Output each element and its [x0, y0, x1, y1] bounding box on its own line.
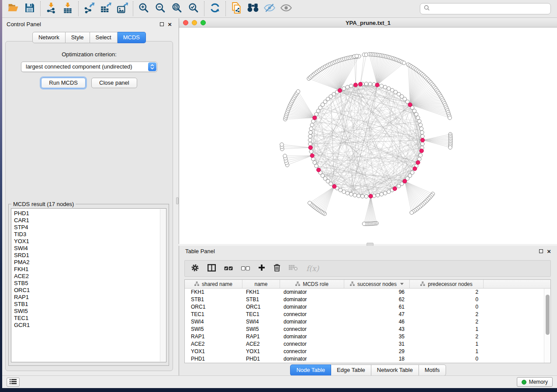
mcds-result-item[interactable]: PHD1: [14, 210, 166, 217]
export-table-button[interactable]: [97, 1, 114, 16]
table-cell: dominator: [280, 355, 344, 363]
close-panel-button[interactable]: Close panel: [91, 78, 137, 88]
mcds-result-item[interactable]: TID3: [14, 231, 166, 238]
hierarchy-icon: [350, 281, 355, 287]
tab-mcds[interactable]: MCDS: [118, 32, 146, 43]
table-row[interactable]: STB1STB1dominator620: [185, 296, 550, 303]
search-input[interactable]: [432, 6, 547, 12]
show-all-button[interactable]: [278, 1, 294, 16]
table-cell: FKH1: [185, 289, 242, 296]
column-header-successor-nodes[interactable]: successor nodes: [344, 280, 410, 288]
table-row[interactable]: FKH1FKH1dominator962: [185, 289, 550, 296]
network-titlebar[interactable]: YPA_prune.txt_1: [179, 18, 557, 28]
tab-motifs[interactable]: Motifs: [419, 364, 446, 376]
column-header-shared-name[interactable]: shared name: [185, 280, 242, 288]
table-scrollbar-thumb[interactable]: [546, 295, 550, 335]
run-mcds-button[interactable]: Run MCDS: [41, 78, 86, 88]
float-panel-icon[interactable]: [160, 22, 164, 26]
table-settings-button[interactable]: [191, 264, 199, 274]
table-cell: 29: [344, 348, 410, 355]
mcds-result-item[interactable]: YOX1: [14, 238, 166, 245]
close-panel-icon[interactable]: ×: [547, 249, 551, 253]
table-scrollbar[interactable]: [544, 289, 550, 363]
network-graph[interactable]: [179, 28, 557, 244]
mcds-result-list[interactable]: PHD1CAR1STP4TID3YOX1SWI4SRD1PMA2FKH1ACE2…: [11, 208, 166, 362]
table-cell: dominator: [280, 296, 344, 303]
column-header-name[interactable]: name: [242, 280, 280, 288]
tab-network[interactable]: Network: [32, 32, 66, 43]
maximize-window-icon[interactable]: [201, 20, 206, 25]
close-panel-icon[interactable]: ×: [168, 22, 172, 26]
mcds-result-item[interactable]: STB1: [14, 301, 166, 308]
global-search-box[interactable]: [420, 3, 551, 14]
show-panels-button[interactable]: [7, 378, 20, 387]
add-column-button[interactable]: [258, 264, 265, 273]
mcds-result-item[interactable]: ORC1: [14, 287, 166, 294]
memory-button[interactable]: Memory: [517, 377, 553, 387]
memory-label: Memory: [529, 379, 548, 385]
column-header-MCDS-role[interactable]: MCDS role: [280, 280, 344, 288]
mcds-result-item[interactable]: RAP1: [14, 294, 166, 301]
mcds-result-item[interactable]: STP4: [14, 224, 166, 231]
table-row[interactable]: ACE2ACE2connector311: [185, 340, 550, 348]
refresh-view-button[interactable]: [207, 1, 223, 16]
show-columns-button[interactable]: [208, 264, 216, 273]
table-row[interactable]: YOX1YOX1connector291: [185, 348, 550, 355]
network-canvas[interactable]: [179, 28, 557, 244]
close-window-icon[interactable]: [183, 20, 188, 25]
mcds-result-item[interactable]: PMA2: [14, 259, 166, 266]
table-cell: TEC1: [185, 311, 242, 318]
export-table-icon: [100, 2, 111, 15]
mcds-result-item[interactable]: CAR1: [14, 217, 166, 224]
zoom-out-button[interactable]: [152, 1, 169, 16]
open-file-button[interactable]: [5, 1, 21, 16]
table-row[interactable]: RAP1RAP1dominator352: [185, 333, 550, 340]
hierarchy-icon: [420, 281, 425, 287]
table-row[interactable]: TEC1TEC1connector472: [185, 311, 550, 318]
deselect-all-button[interactable]: [241, 265, 250, 272]
table-cell: 61: [344, 303, 410, 311]
select-all-button[interactable]: [224, 265, 233, 272]
table-row[interactable]: PHD1PHD1dominator180: [185, 355, 550, 363]
table-cell: dominator: [280, 333, 344, 340]
table-cell: 35: [344, 333, 410, 340]
zoom-selected-button[interactable]: [185, 1, 202, 16]
mcds-result-item[interactable]: SWI5: [14, 308, 166, 315]
tab-network-table[interactable]: Network Table: [371, 364, 419, 376]
mcds-result-item[interactable]: GCR1: [14, 322, 166, 329]
mcds-result-item[interactable]: SRD1: [14, 252, 166, 259]
search-icon: [424, 5, 430, 13]
table-cell: 62: [344, 296, 410, 303]
find-button[interactable]: [245, 1, 261, 16]
mcds-result-item[interactable]: ACE2: [14, 273, 166, 280]
import-network-button[interactable]: [43, 1, 59, 16]
hide-selected-button[interactable]: [261, 1, 278, 16]
tab-edge-table[interactable]: Edge Table: [331, 364, 371, 376]
zoom-fit-button[interactable]: [169, 1, 185, 16]
function-icon: f(x): [306, 264, 319, 273]
float-panel-icon[interactable]: [539, 249, 543, 253]
mcds-result-item[interactable]: FKH1: [14, 266, 166, 273]
import-table-button[interactable]: [59, 1, 76, 16]
table-row[interactable]: SWI4SWI4dominator462: [185, 318, 550, 326]
tab-node-table[interactable]: Node Table: [290, 364, 331, 376]
delete-column-button[interactable]: [273, 264, 280, 273]
mcds-result-item[interactable]: STB5: [14, 280, 166, 287]
export-image-button[interactable]: [114, 1, 131, 16]
save-session-button[interactable]: [21, 1, 38, 16]
tab-style[interactable]: Style: [66, 32, 90, 43]
duplicate-network-button[interactable]: [228, 1, 245, 16]
column-header-predecessor-nodes[interactable]: predecessor nodes: [410, 280, 484, 288]
zoom-out-icon: [155, 2, 166, 15]
table-cell: 46: [344, 318, 410, 326]
optimization-criterion-select[interactable]: largest connected component (undirected): [21, 62, 157, 72]
table-row[interactable]: ORC1ORC1dominator610: [185, 303, 550, 311]
tab-select[interactable]: Select: [90, 32, 118, 43]
mcds-result-item[interactable]: TEC1: [14, 315, 166, 322]
mcds-list-scrollbar[interactable]: [160, 209, 166, 361]
table-row[interactable]: SWI5SWI5connector431: [185, 326, 550, 333]
export-network-button[interactable]: [81, 1, 97, 16]
zoom-in-button[interactable]: [135, 1, 152, 16]
minimize-window-icon[interactable]: [192, 20, 197, 25]
mcds-result-item[interactable]: SWI4: [14, 245, 166, 252]
